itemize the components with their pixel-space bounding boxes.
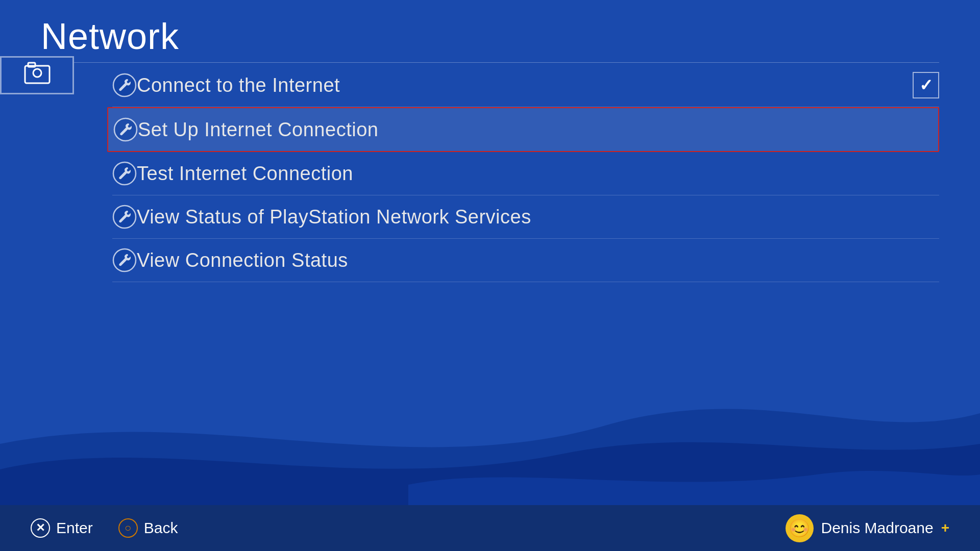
menu-list: Connect to the Internet ✓ Set Up Interne…	[112, 64, 939, 282]
wrench-icon-1	[113, 117, 138, 142]
menu-item-psn-status[interactable]: View Status of PlayStation Network Servi…	[112, 195, 939, 239]
x-button-icon: ✕	[31, 518, 50, 538]
svg-rect-2	[33, 69, 41, 77]
checkmark-box: ✓	[913, 72, 939, 98]
menu-item-text-3: View Status of PlayStation Network Servi…	[137, 206, 531, 228]
ps-plus-icon: +	[941, 520, 949, 536]
back-label: Back	[144, 519, 178, 537]
menu-item-text-1: Set Up Internet Connection	[138, 119, 378, 141]
wrench-icon-3	[112, 205, 137, 229]
footer: ✕ Enter ○ Back 😊 Denis Madroane +	[0, 505, 980, 551]
menu-item-test-internet[interactable]: Test Internet Connection	[112, 152, 939, 195]
page-title: Network	[41, 15, 939, 57]
user-name: Denis Madroane	[821, 519, 934, 537]
enter-button[interactable]: ✕ Enter	[31, 518, 93, 538]
footer-user: 😊 Denis Madroane +	[786, 514, 949, 542]
menu-item-text-0: Connect to the Internet	[137, 74, 340, 96]
o-button-icon: ○	[118, 518, 138, 538]
menu-item-text-4: View Connection Status	[137, 249, 348, 271]
svg-rect-1	[28, 63, 35, 67]
menu-item-connection-status[interactable]: View Connection Status	[112, 239, 939, 282]
enter-label: Enter	[56, 519, 93, 537]
footer-controls: ✕ Enter ○ Back	[31, 518, 178, 538]
header: Network	[41, 15, 939, 63]
wrench-icon-4	[112, 248, 137, 272]
menu-item-setup-internet[interactable]: Set Up Internet Connection	[107, 107, 939, 152]
user-avatar: 😊	[786, 514, 814, 542]
header-divider	[41, 62, 939, 63]
back-button[interactable]: ○ Back	[118, 518, 178, 538]
wrench-icon-0	[112, 73, 137, 97]
screenshot-icon	[24, 62, 51, 89]
screenshot-icon-box	[0, 56, 74, 94]
menu-item-text-2: Test Internet Connection	[137, 163, 353, 185]
wrench-icon-2	[112, 161, 137, 186]
menu-item-connect-internet[interactable]: Connect to the Internet ✓	[112, 64, 939, 107]
checkmark-icon: ✓	[919, 76, 933, 95]
